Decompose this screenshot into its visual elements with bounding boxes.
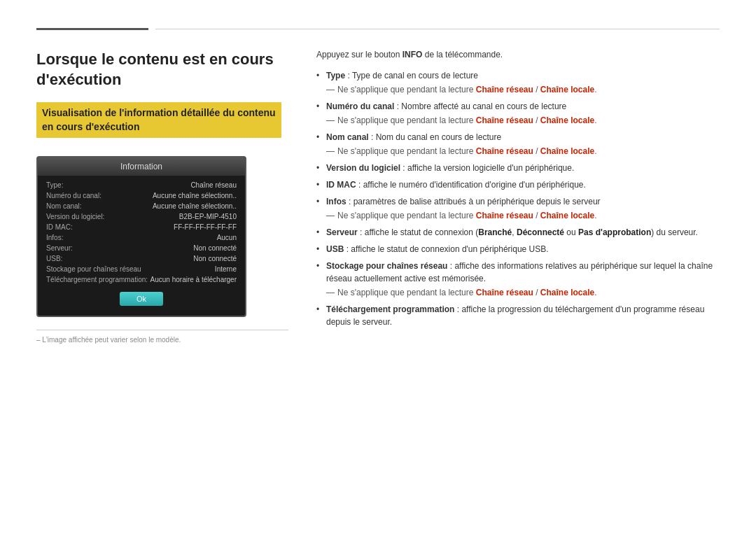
red-link: Chaîne réseau	[476, 146, 533, 156]
bullet-idmac-text: : affiche le numéro d'identification d'o…	[356, 180, 586, 190]
red-link: Chaîne réseau	[476, 211, 533, 220]
sub-nomcanal: Ne s'applique que pendant la lecture Cha…	[326, 145, 720, 157]
bullet-type: Type : Type de canal en cours de lecture…	[316, 69, 720, 96]
info-row: Nom canal: Aucune chaîne sélectionn..	[38, 201, 245, 211]
bullet-version-label: Version du logiciel	[326, 163, 400, 173]
bold-deconnecte: Déconnecté	[517, 227, 564, 237]
bullet-telechargement: Téléchargement programmation : affiche l…	[316, 303, 720, 328]
bullet-usb-text: : affiche le statut de connexion d'un pé…	[344, 244, 548, 254]
bullet-version: Version du logiciel : affiche la version…	[316, 162, 720, 174]
bullet-numcanal-label: Numéro du canal	[326, 101, 394, 111]
info-row: Numéro du canal: Aucune chaîne sélection…	[38, 190, 245, 201]
bullet-usb: USB : affiche le statut de connexion d'u…	[316, 243, 720, 255]
red-link: Chaîne locale	[540, 146, 594, 156]
info-panel: Information Type: Chaîne réseau Numéro d…	[36, 156, 246, 317]
info-row: Type: Chaîne réseau	[38, 180, 245, 190]
red-link: Chaîne réseau	[476, 115, 533, 125]
bullet-infos-label: Infos	[326, 197, 346, 206]
red-link: Chaîne réseau	[476, 288, 533, 297]
bullet-usb-label: USB	[326, 244, 344, 254]
intro-text: Appuyez sur le bouton INFO de la télécom…	[316, 50, 720, 59]
rule-left	[36, 28, 148, 30]
bullet-telechargement-label: Téléchargement programmation	[326, 304, 454, 314]
bullet-stockage-label: Stockage pour chaînes réseau	[326, 261, 447, 271]
info-label-type: Type:	[46, 181, 63, 189]
info-value-version: B2B-EP-MIP-4510	[179, 213, 237, 220]
bullet-idmac-label: ID MAC	[326, 180, 356, 190]
bullet-serveur-text: : affiche le statut de connexion (	[358, 227, 479, 237]
red-link: Chaîne locale	[540, 85, 594, 94]
sub-numcanal: Ne s'applique que pendant la lecture Cha…	[326, 114, 720, 127]
info-value-telechargement: Aucun horaire à télécharger	[150, 276, 237, 283]
sub-infos: Ne s'applique que pendant la lecture Cha…	[326, 209, 720, 222]
info-value-nom-canal: Aucune chaîne sélectionn..	[153, 202, 237, 210]
info-row: Serveur: Non connecté	[38, 243, 245, 253]
bold-pas-approbation: Pas d'approbation	[578, 227, 651, 237]
info-panel-title: Information	[38, 157, 245, 176]
bullet-numcanal: Numéro du canal : Nombre affecté au cana…	[316, 100, 720, 127]
red-link: Chaîne locale	[540, 211, 594, 220]
bullet-idmac: ID MAC : affiche le numéro d'identificat…	[316, 178, 720, 191]
bullet-infos-text: : paramètres de balise attribués à un pé…	[346, 197, 601, 206]
page: Lorsque le contenu est en cours d'exécut…	[0, 0, 756, 534]
info-value-stockage: Interne	[215, 265, 237, 273]
info-value-canal-num: Aucune chaîne sélectionn..	[153, 192, 237, 199]
bullet-serveur-end: ) du serveur.	[651, 227, 698, 237]
footnote: – L'image affichée peut varier selon le …	[36, 330, 288, 344]
sub-stockage: Ne s'applique que pendant la lecture Cha…	[326, 286, 720, 299]
red-link: Chaîne locale	[540, 288, 594, 297]
bullet-version-text: : affiche la version logicielle d'un pér…	[400, 163, 574, 173]
info-label-version: Version du logiciel:	[46, 213, 104, 220]
info-value-infos: Aucun	[217, 234, 237, 241]
red-link: Chaîne locale	[540, 115, 594, 125]
info-label-canal-num: Numéro du canal:	[46, 192, 102, 199]
highlight-box: Visualisation de l'information détaillée…	[36, 102, 281, 138]
bullet-infos: Infos : paramètres de balise attribués à…	[316, 195, 720, 222]
bullet-nomcanal: Nom canal : Nom du canal en cours de lec…	[316, 131, 720, 157]
info-label-idmac: ID MAC:	[46, 223, 73, 231]
bullet-nomcanal-text: : Nom du canal en cours de lecture	[369, 132, 501, 142]
bullet-numcanal-text: : Nombre affecté au canal en cours de le…	[394, 101, 566, 111]
info-label-stockage: Stockage pour chaînes réseau	[46, 265, 141, 273]
bullet-serveur-sep2: ou	[564, 227, 578, 237]
content-area: Lorsque le contenu est en cours d'exécut…	[36, 50, 720, 344]
info-label-nom-canal: Nom canal:	[46, 202, 82, 210]
info-row: ID MAC: FF-FF-FF-FF-FF-FF	[38, 222, 245, 232]
bold-branche: Branché	[478, 227, 512, 237]
bullet-type-text: : Type de canal en cours de lecture	[345, 71, 478, 80]
info-row: Téléchargement programmation: Aucun hora…	[38, 274, 245, 285]
info-value-serveur: Non connecté	[193, 244, 237, 252]
info-row: Stockage pour chaînes réseau Interne	[38, 264, 245, 274]
info-row: USB: Non connecté	[38, 253, 245, 264]
info-value-idmac: FF-FF-FF-FF-FF-FF	[174, 223, 237, 231]
bullet-type-label: Type	[326, 71, 345, 80]
intro-bold: INFO	[402, 50, 423, 59]
red-link: Chaîne réseau	[476, 85, 533, 94]
bullet-serveur-sep1: ,	[512, 227, 517, 237]
info-row: Infos: Aucun	[38, 232, 245, 243]
top-rule	[36, 28, 720, 30]
ok-button[interactable]: Ok	[120, 292, 163, 306]
info-label-serveur: Serveur:	[46, 244, 73, 252]
sub-type: Ne s'applique que pendant la lecture Cha…	[326, 83, 720, 96]
left-column: Lorsque le contenu est en cours d'exécut…	[36, 50, 288, 344]
rule-right	[155, 29, 720, 29]
info-label-infos: Infos:	[46, 234, 63, 241]
bullets-list: Type : Type de canal en cours de lecture…	[316, 69, 720, 328]
info-value-type: Chaîne réseau	[190, 181, 237, 189]
bullet-nomcanal-label: Nom canal	[326, 132, 369, 142]
bullet-serveur: Serveur : affiche le statut de connexion…	[316, 226, 720, 239]
main-title: Lorsque le contenu est en cours d'exécut…	[36, 50, 288, 90]
bullet-serveur-label: Serveur	[326, 227, 358, 237]
info-label-telechargement: Téléchargement programmation:	[46, 276, 148, 283]
info-row: Version du logiciel: B2B-EP-MIP-4510	[38, 211, 245, 222]
highlight-text: Visualisation de l'information détaillée…	[42, 106, 276, 134]
bullet-stockage: Stockage pour chaînes réseau : affiche d…	[316, 260, 720, 299]
info-label-usb: USB:	[46, 255, 62, 262]
right-column: Appuyez sur le bouton INFO de la télécom…	[316, 50, 720, 344]
info-value-usb: Non connecté	[193, 255, 237, 262]
